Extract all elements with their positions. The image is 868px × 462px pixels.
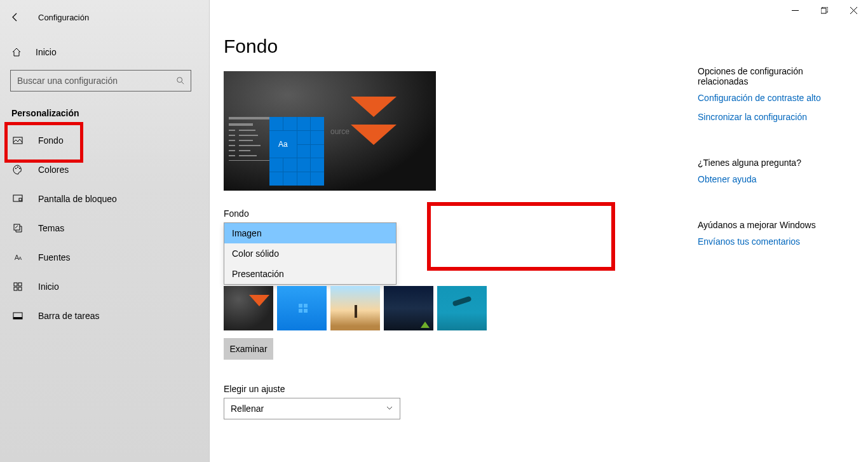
fonts-icon: AA <box>11 254 24 261</box>
app-title: Configuración <box>38 13 89 22</box>
search-input[interactable] <box>11 76 170 86</box>
link-sync-settings[interactable]: Sincronizar la configuración <box>698 112 844 122</box>
sidebar-item-label: Inicio <box>38 282 59 292</box>
svg-point-2 <box>15 168 17 169</box>
sidebar-item-inicio[interactable]: Inicio <box>0 272 209 301</box>
sidebar-item-label: Fuentes <box>38 252 71 262</box>
background-type-dropdown[interactable]: Imagen Color sólido Presentación <box>224 222 397 285</box>
dropdown-option-imagen[interactable]: Imagen <box>224 223 396 243</box>
svg-rect-10 <box>14 287 17 290</box>
wallpaper-preview: ource Aa <box>224 71 436 191</box>
sidebar-item-temas[interactable]: Temas <box>0 214 209 243</box>
browse-button[interactable]: Examinar <box>224 338 273 360</box>
link-feedback[interactable]: Envíanos tus comentarios <box>698 236 844 247</box>
window-minimize-button[interactable] <box>780 0 810 20</box>
right-rail: Opciones de configuración relacionadas C… <box>698 66 844 255</box>
sidebar-item-barra-tareas[interactable]: Barra de tareas <box>0 301 209 330</box>
sidebar-item-fondo[interactable]: Fondo <box>0 126 209 155</box>
palette-icon <box>11 165 24 175</box>
settings-sidebar: Configuración Inicio Personalización Fon… <box>0 0 210 462</box>
sidebar-item-colores[interactable]: Colores <box>0 155 209 184</box>
sidebar-item-fuentes[interactable]: AA Fuentes <box>0 243 209 272</box>
sidebar-item-label: Pantalla de bloqueo <box>38 194 117 204</box>
preview-logo-icon <box>351 97 402 160</box>
page-heading: Fondo <box>224 36 654 57</box>
preview-start-mock: Aa <box>269 117 324 186</box>
preview-aa-tile: Aa <box>269 131 297 158</box>
svg-point-0 <box>177 78 182 83</box>
start-icon <box>11 282 24 292</box>
back-button[interactable] <box>5 7 25 27</box>
sidebar-home[interactable]: Inicio <box>0 39 209 65</box>
svg-rect-13 <box>13 317 22 319</box>
svg-rect-11 <box>18 287 22 290</box>
preview-taskbar-mock <box>229 117 269 186</box>
link-get-help[interactable]: Obtener ayuda <box>698 174 844 184</box>
sidebar-home-label: Inicio <box>36 47 57 57</box>
svg-rect-7 <box>14 224 20 230</box>
window-close-button[interactable] <box>839 0 868 20</box>
svg-rect-14 <box>821 8 826 13</box>
fit-label: Elegir un ajuste <box>224 384 654 394</box>
rail-question-heading: ¿Tienes alguna pregunta? <box>698 158 844 168</box>
svg-rect-6 <box>19 198 22 201</box>
picture-icon <box>11 135 24 146</box>
dropdown-option-color-solido[interactable]: Color sólido <box>224 243 396 264</box>
link-high-contrast[interactable]: Configuración de contraste alto <box>698 93 844 103</box>
sidebar-item-label: Barra de tareas <box>38 311 100 321</box>
svg-point-3 <box>17 166 18 168</box>
wallpaper-thumb[interactable] <box>330 286 380 330</box>
search-box[interactable] <box>10 70 191 92</box>
sidebar-item-label: Temas <box>38 223 64 233</box>
rail-improve-heading: Ayúdanos a mejorar Windows <box>698 220 844 230</box>
search-icon <box>170 76 191 85</box>
wallpaper-thumbnails <box>224 286 654 330</box>
home-icon <box>10 47 23 57</box>
dropdown-option-presentacion[interactable]: Presentación <box>224 264 396 284</box>
sidebar-item-pantalla-bloqueo[interactable]: Pantalla de bloqueo <box>0 184 209 214</box>
svg-rect-9 <box>18 283 22 286</box>
themes-icon <box>11 223 24 233</box>
main-content: Fondo ource Aa <box>210 0 868 462</box>
sidebar-item-label: Colores <box>38 165 69 175</box>
lockscreen-icon <box>11 194 24 204</box>
taskbar-icon <box>11 311 24 321</box>
fit-dropdown[interactable]: Rellenar <box>224 398 400 419</box>
wallpaper-thumb[interactable] <box>224 286 273 330</box>
rail-related-heading: Opciones de configuración relacionadas <box>698 66 844 86</box>
wallpaper-thumb[interactable] <box>277 286 327 330</box>
background-type-label: Fondo <box>224 208 654 219</box>
svg-rect-8 <box>14 283 17 286</box>
preview-watermark: ource <box>330 127 349 136</box>
window-restore-button[interactable] <box>810 0 839 20</box>
chevron-down-icon <box>386 404 393 414</box>
sidebar-section-title: Personalización <box>0 94 209 126</box>
wallpaper-thumb[interactable] <box>437 286 487 330</box>
svg-point-4 <box>19 168 20 169</box>
fit-dropdown-value: Rellenar <box>231 404 264 414</box>
wallpaper-thumb[interactable] <box>384 286 433 330</box>
sidebar-item-label: Fondo <box>38 135 64 146</box>
